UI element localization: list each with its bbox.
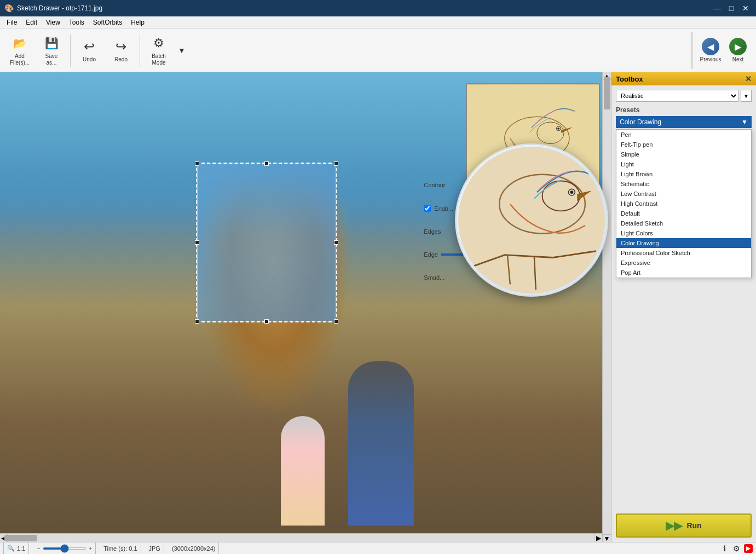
preset-dropdown-arrow-icon: ▼	[741, 118, 748, 126]
info-icon[interactable]: ℹ	[720, 544, 729, 553]
more-options-button[interactable]: ▼	[175, 32, 188, 69]
preset-item-high-contrast[interactable]: High Contrast	[616, 199, 751, 209]
preset-item-professional-color-sketch[interactable]: Professional Color Sketch	[616, 248, 751, 258]
batch-mode-label: BatchMode	[152, 53, 166, 66]
realistic-dropdown-arrow[interactable]: ▼	[741, 90, 752, 102]
dimensions-label: (3000x2000x24)	[172, 545, 216, 552]
preset-item-light-colors[interactable]: Light Colors	[616, 228, 751, 238]
previous-label: Previous	[700, 56, 722, 62]
magnifier-content	[457, 145, 607, 295]
settings-icon[interactable]: ⚙	[732, 544, 741, 553]
svg-rect-6	[457, 145, 607, 295]
undo-icon: ↩	[80, 38, 98, 55]
preset-dropdown-container: Color Drawing ▼ Pen Felt-Tip pen Simple …	[616, 116, 752, 128]
add-files-button[interactable]: 📂 AddFile(s)...	[4, 32, 35, 69]
maximize-button[interactable]: □	[725, 2, 737, 14]
youtube-icon[interactable]: ▶	[744, 544, 753, 553]
statusbar: 🔍 1:1 − + Time (s): 0.1 JPG (3000x2000x2…	[0, 542, 756, 554]
main-area: Contour Enab... Edges Edge Smud...	[0, 72, 756, 542]
run-arrow-icon: ▶▶	[666, 519, 682, 532]
zoom-plus-icon[interactable]: +	[89, 545, 92, 552]
enable-checkbox[interactable]	[424, 205, 431, 212]
zoom-slider[interactable]	[43, 547, 86, 550]
preset-item-pop-art[interactable]: Pop Art	[616, 268, 751, 278]
menu-help[interactable]: Help	[126, 18, 149, 27]
next-button[interactable]: ▶ Next	[724, 32, 752, 69]
zoom-minus-icon[interactable]: −	[37, 545, 40, 552]
canvas-area[interactable]: Contour Enab... Edges Edge Smud...	[0, 72, 611, 542]
menu-file[interactable]: File	[2, 18, 21, 27]
dimensions-seg: (3000x2000x24)	[169, 543, 220, 554]
redo-button[interactable]: ↪ Redo	[106, 32, 136, 69]
time-label: Time (s): 0.1	[103, 545, 137, 552]
preset-item-light[interactable]: Light	[616, 159, 751, 169]
preset-item-detailed-sketch[interactable]: Detailed Sketch	[616, 218, 751, 228]
preset-item-color-drawing[interactable]: Color Drawing	[616, 238, 751, 248]
next-label: Next	[732, 56, 744, 62]
preset-item-felt-tip-pen[interactable]: Felt-Tip pen	[616, 140, 751, 149]
preset-item-simple[interactable]: Simple	[616, 149, 751, 159]
person-figure	[348, 361, 414, 526]
scroll-v-thumb[interactable]	[604, 77, 610, 109]
nav-area: ◀ Previous ▶ Next	[691, 32, 752, 69]
toolbox-close-button[interactable]: ✕	[745, 74, 752, 83]
contour-label: Contour	[424, 182, 445, 188]
next-arrow-icon: ▶	[729, 38, 747, 55]
zoom-level-seg: 🔍 1:1	[3, 543, 29, 554]
presets-label: Presets	[616, 106, 752, 114]
menu-tools[interactable]: Tools	[65, 18, 89, 27]
statusbar-icons: ℹ ⚙ ▶	[720, 544, 753, 553]
toolbox-header: Toolbox ✕	[611, 72, 756, 85]
format-seg: JPG	[146, 543, 164, 554]
preset-dropdown-header[interactable]: Color Drawing ▼	[616, 116, 752, 128]
run-label: Run	[686, 521, 701, 530]
add-files-icon: 📂	[11, 34, 28, 52]
scroll-down-button[interactable]: ▼	[603, 534, 611, 542]
previous-arrow-icon: ◀	[702, 38, 719, 55]
magnifier-svg	[457, 145, 607, 295]
child-figure	[281, 416, 325, 526]
preset-dropdown-list: Pen Felt-Tip pen Simple Light Light Brow…	[616, 129, 752, 278]
realistic-row: Realistic Artistic Comic ▼	[616, 90, 752, 102]
menu-softorbits[interactable]: SoftOrbits	[89, 18, 126, 27]
app-icon: 🎨	[4, 4, 14, 13]
preset-item-expressive[interactable]: Expressive	[616, 258, 751, 268]
save-as-icon: 💾	[43, 34, 60, 52]
zoom-level-icon: 🔍	[7, 545, 15, 552]
run-button[interactable]: ▶▶ Run	[616, 513, 752, 538]
format-label: JPG	[149, 545, 160, 552]
edge-label: Edge	[424, 251, 438, 258]
minimize-button[interactable]: —	[711, 2, 723, 14]
toolbar-separator-1	[70, 34, 71, 67]
enable-label: Enab...	[434, 205, 453, 212]
magnifier-circle	[455, 143, 608, 297]
close-button[interactable]: ✕	[740, 2, 752, 14]
preset-item-pen[interactable]: Pen	[616, 130, 751, 140]
save-as-button[interactable]: 💾 Saveas...	[36, 32, 67, 69]
edges-label: Edges	[424, 228, 441, 235]
preset-item-default[interactable]: Default	[616, 209, 751, 218]
horizontal-scrollbar[interactable]: ◀ ▶	[0, 533, 602, 542]
realistic-select[interactable]: Realistic Artistic Comic	[616, 90, 738, 102]
add-files-label: AddFile(s)...	[10, 53, 30, 66]
preset-item-schematic[interactable]: Schematic	[616, 179, 751, 189]
toolbox-title: Toolbox	[616, 75, 643, 83]
batch-mode-button[interactable]: ⚙ BatchMode	[143, 32, 174, 69]
menu-edit[interactable]: Edit	[21, 18, 42, 27]
zoom-slider-seg: − +	[33, 543, 96, 554]
redo-icon: ↪	[112, 38, 130, 55]
scroll-h-thumb[interactable]	[4, 535, 37, 541]
undo-label: Undo	[83, 56, 96, 62]
preset-item-low-contrast[interactable]: Low Contrast	[616, 189, 751, 199]
menu-view[interactable]: View	[42, 18, 65, 27]
main-image: Contour Enab... Edges Edge Smud...	[0, 72, 611, 542]
more-icon: ▼	[173, 42, 191, 59]
previous-button[interactable]: ◀ Previous	[697, 32, 724, 69]
smudge-label: Smud...	[424, 274, 445, 281]
save-as-label: Saveas...	[45, 53, 58, 66]
preset-item-light-brown[interactable]: Light Brown	[616, 169, 751, 179]
svg-point-4	[557, 128, 559, 130]
undo-button[interactable]: ↩ Undo	[74, 32, 105, 69]
vertical-scrollbar[interactable]: ▲ ▼	[602, 72, 611, 542]
scroll-right-button[interactable]: ▶	[595, 534, 602, 542]
